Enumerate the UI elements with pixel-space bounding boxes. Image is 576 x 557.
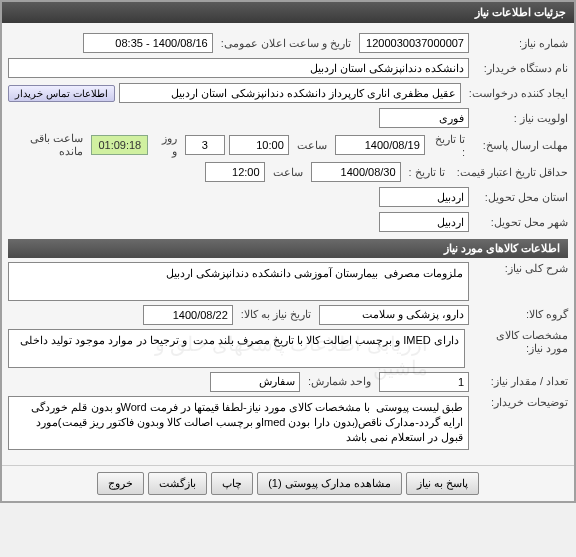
row-buyer-notes: توضیحات خریدار: [8, 396, 568, 450]
buyer-notes-label: توضیحات خریدار: [473, 396, 568, 409]
days-input[interactable] [185, 135, 225, 155]
deadline-label: مهلت ارسال پاسخ: [473, 139, 568, 152]
need-no-input[interactable] [359, 33, 469, 53]
remaining-time-badge: 01:09:18 [91, 135, 148, 155]
price-valid-label: حداقل تاریخ اعتبار قیمت: [453, 166, 568, 179]
buyer-label: نام دستگاه خریدار: [473, 62, 568, 75]
content-area: شماره نیاز: تاریخ و ساعت اعلان عمومی: نا… [2, 23, 574, 459]
row-spec: مشخصات کالای مورد نیاز: [8, 329, 568, 368]
title-bar: جزئیات اطلاعات نیاز [2, 2, 574, 23]
price-valid-time-input[interactable] [205, 162, 265, 182]
window-title: جزئیات اطلاعات نیاز [475, 6, 566, 18]
creator-label: ایجاد کننده درخواست: [465, 87, 568, 100]
priority-input[interactable] [379, 108, 469, 128]
buyer-notes-textarea[interactable] [8, 396, 469, 450]
print-button[interactable]: چاپ [211, 472, 253, 495]
deadline-time-input[interactable] [229, 135, 289, 155]
row-creator: ایجاد کننده درخواست: اطلاعات تماس خریدار [8, 82, 568, 104]
deadline-date-input[interactable] [335, 135, 425, 155]
row-buyer: نام دستگاه خریدار: [8, 57, 568, 79]
remaining-label: ساعت باقی مانده [8, 132, 87, 158]
order-unit-input[interactable] [210, 372, 300, 392]
need-date-label: تاریخ نیاز به کالا: [237, 308, 315, 321]
spec-textarea[interactable] [8, 329, 465, 368]
announce-input[interactable] [83, 33, 213, 53]
to-date-label-2: تا تاریخ : [405, 166, 449, 179]
section-goods-header: اطلاعات کالاهای مورد نیاز [8, 239, 568, 258]
row-qty: تعداد / مقدار نیاز: واحد شمارش: [8, 371, 568, 393]
row-deliver-city: شهر محل تحویل: [8, 211, 568, 233]
desc-textarea[interactable] [8, 262, 469, 301]
deliver-city-input[interactable] [379, 212, 469, 232]
buyer-input[interactable] [8, 58, 469, 78]
announce-label: تاریخ و ساعت اعلان عمومی: [217, 37, 355, 50]
to-date-label: تا تاریخ : [429, 133, 469, 158]
price-valid-date-input[interactable] [311, 162, 401, 182]
order-unit-label: واحد شمارش: [304, 375, 375, 388]
priority-label: اولویت نیاز : [473, 112, 568, 125]
attachments-button[interactable]: مشاهده مدارک پیوستی (1) [257, 472, 402, 495]
group-input[interactable] [319, 305, 469, 325]
qty-label: تعداد / مقدار نیاز: [473, 375, 568, 388]
need-no-label: شماره نیاز: [473, 37, 568, 50]
row-deadline: مهلت ارسال پاسخ: تا تاریخ : ساعت روز و 0… [8, 132, 568, 158]
time-label-1: ساعت [293, 139, 331, 152]
creator-input[interactable] [119, 83, 461, 103]
row-price-validity: حداقل تاریخ اعتبار قیمت: تا تاریخ : ساعت [8, 161, 568, 183]
row-need-no: شماره نیاز: تاریخ و ساعت اعلان عمومی: [8, 32, 568, 54]
back-button[interactable]: بازگشت [148, 472, 207, 495]
desc-label: شرح کلی نیاز: [473, 262, 568, 275]
time-label-2: ساعت [269, 166, 307, 179]
row-deliver-state: استان محل تحویل: [8, 186, 568, 208]
row-desc: شرح کلی نیاز: [8, 262, 568, 301]
deliver-state-input[interactable] [379, 187, 469, 207]
qty-input[interactable] [379, 372, 469, 392]
row-priority: اولویت نیاز : [8, 107, 568, 129]
days-and-label: روز و [152, 132, 181, 158]
deliver-state-label: استان محل تحویل: [473, 191, 568, 204]
row-group: گروه کالا: تاریخ نیاز به کالا: [8, 304, 568, 326]
need-date-input[interactable] [143, 305, 233, 325]
reply-button[interactable]: پاسخ به نیاز [406, 472, 479, 495]
exit-button[interactable]: خروج [97, 472, 144, 495]
window: جزئیات اطلاعات نیاز شماره نیاز: تاریخ و … [0, 0, 576, 503]
button-bar: پاسخ به نیاز مشاهده مدارک پیوستی (1) چاپ… [2, 465, 574, 501]
deliver-city-label: شهر محل تحویل: [473, 216, 568, 229]
contact-buyer-button[interactable]: اطلاعات تماس خریدار [8, 85, 115, 102]
group-label: گروه کالا: [473, 308, 568, 321]
spec-label: مشخصات کالای مورد نیاز: [469, 329, 568, 355]
